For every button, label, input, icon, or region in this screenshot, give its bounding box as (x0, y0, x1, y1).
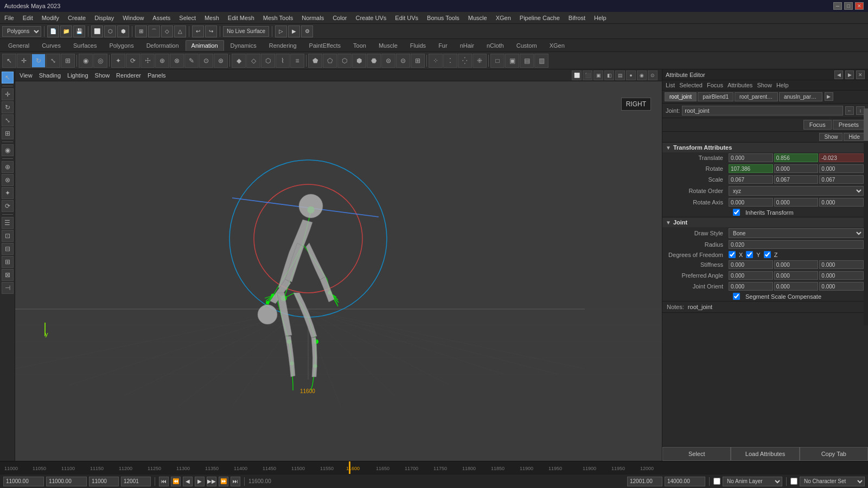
keyframe-btn[interactable]: ◆ (232, 54, 246, 68)
attr-panel-scroll-right[interactable]: ▶ (845, 70, 854, 79)
attr-copy-button[interactable]: Copy Tab (800, 447, 868, 461)
constrain3-btn[interactable]: ⬡ (337, 54, 352, 68)
current-frame-input[interactable] (89, 477, 119, 486)
radius-field[interactable]: 0.020 (729, 240, 864, 249)
rotate-x-field[interactable]: 107.386 (729, 164, 773, 173)
ik-tool-btn[interactable]: ⟳ (126, 54, 140, 68)
tab-surfaces[interactable]: Surfaces (67, 40, 103, 51)
set-key-btn[interactable]: ⬡ (261, 54, 275, 68)
prev-key-btn[interactable]: ⏪ (171, 477, 181, 486)
vp-icon1[interactable]: ⬜ (572, 70, 582, 80)
inherits-transform-checkbox[interactable] (733, 209, 740, 216)
joint-orient-x-field[interactable]: 0.000 (729, 282, 773, 291)
tab-muscle[interactable]: Muscle (373, 40, 404, 51)
tab-animation[interactable]: Animation (186, 40, 224, 51)
tab-fur[interactable]: Fur (432, 40, 454, 51)
move-lt-btn[interactable]: ✛ (2, 88, 14, 100)
open-btn[interactable]: 📁 (60, 25, 72, 37)
rotate-z-field[interactable]: 0.000 (819, 164, 864, 173)
vp-icon7[interactable]: ◉ (637, 70, 647, 80)
attr-nav-focus[interactable]: Focus (707, 82, 723, 88)
tab-rendering[interactable]: Rendering (263, 40, 303, 51)
rotate-y-field[interactable]: 0.000 (774, 164, 819, 173)
tab-deformation[interactable]: Deformation (141, 40, 185, 51)
preferred-angle-x-field[interactable]: 0.000 (729, 271, 773, 280)
hide-button[interactable]: Hide (844, 133, 865, 141)
scale-x-field[interactable]: 0.067 (729, 175, 773, 184)
vp-lighting-menu[interactable]: Lighting (67, 72, 88, 79)
start-frame-input[interactable] (3, 477, 44, 486)
tab-fluids[interactable]: Fluids (404, 40, 432, 51)
joint-section-header[interactable]: ▼ Joint (662, 217, 868, 227)
constrain2-btn[interactable]: ⬠ (323, 54, 337, 68)
snap-point-btn[interactable]: ◇ (161, 25, 173, 37)
tab-toon[interactable]: Toon (347, 40, 372, 51)
translate-z-field[interactable]: -0.023 (819, 153, 864, 162)
rotate-axis-z-field[interactable]: 0.000 (819, 198, 864, 207)
dof-x-checkbox[interactable] (729, 251, 736, 258)
attr-tab-forward[interactable]: ▶ (825, 92, 833, 101)
render2-btn[interactable]: ▣ (505, 54, 519, 68)
tab-xgen[interactable]: XGen (544, 40, 571, 51)
layer4-lt-btn[interactable]: ⊞ (2, 256, 14, 268)
attr-scrollbar[interactable] (864, 108, 868, 325)
fluid-btn[interactable]: ⁜ (473, 54, 487, 68)
scale-tool-btn[interactable]: ⤡ (46, 54, 60, 68)
menu-select[interactable]: Select (175, 14, 200, 22)
layer5-lt-btn[interactable]: ⊠ (2, 269, 14, 281)
menu-edit-mesh[interactable]: Edit Mesh (224, 14, 259, 22)
dope-sheet-btn[interactable]: ≡ (290, 54, 304, 68)
vp-icon6[interactable]: ● (626, 70, 636, 80)
stiffness-x-field[interactable]: 0.000 (729, 260, 773, 269)
attr-nav-selected[interactable]: Selected (679, 82, 703, 88)
new-scene-btn[interactable]: 📄 (47, 25, 59, 37)
stiffness-y-field[interactable]: 0.000 (774, 260, 819, 269)
current-start-input[interactable] (46, 477, 87, 486)
close-button[interactable]: ✕ (855, 2, 864, 10)
char-set-checkbox[interactable] (790, 478, 797, 485)
redo-btn[interactable]: ↪ (205, 25, 217, 37)
joint-orient-z-field[interactable]: 0.000 (819, 282, 864, 291)
save-btn[interactable]: 💾 (73, 25, 85, 37)
translate-x-field[interactable]: 0.000 (729, 153, 773, 162)
select-mode-btn[interactable]: ⬜ (91, 25, 103, 37)
draw-style-select[interactable]: Bone None Joint (729, 228, 864, 238)
anim-layer-select[interactable]: No Anim Layer (723, 477, 782, 486)
attr-load-button[interactable]: Load Attributes (731, 447, 799, 461)
select-tool-btn[interactable]: ↖ (2, 54, 16, 68)
prev-frame-btn[interactable]: ◀ (183, 477, 193, 486)
render4-btn[interactable]: ▥ (534, 54, 548, 68)
render-settings-btn[interactable]: ⚙ (301, 25, 313, 37)
history-btn[interactable]: ↩ (192, 25, 204, 37)
render-btn[interactable]: ▷ (275, 25, 287, 37)
viewport[interactable]: View Shading Lighting Show Renderer Pane… (15, 69, 662, 461)
attr-nav-show[interactable]: Show (757, 82, 772, 88)
menu-bifrost[interactable]: Bifrost (564, 14, 590, 22)
constrain4-btn[interactable]: ⬢ (352, 54, 366, 68)
constrain5-btn[interactable]: ⬣ (367, 54, 381, 68)
skin-btn[interactable]: ⊗ (170, 54, 184, 68)
tab-polygons[interactable]: Polygons (103, 40, 139, 51)
menu-edit[interactable]: Edit (18, 14, 37, 22)
vp-view-menu[interactable]: View (20, 72, 33, 79)
end-frame-input[interactable] (627, 477, 662, 486)
presets-button[interactable]: Presets (833, 120, 865, 130)
joint-lt-btn[interactable]: ✦ (2, 187, 14, 199)
vp-panels-menu[interactable]: Panels (148, 72, 166, 79)
attr-content[interactable]: ▼ Transform Attributes Translate 0.000 0… (662, 143, 868, 446)
attr-tab-root-joint[interactable]: root_joint (665, 92, 697, 101)
vp-icon8[interactable]: ⊙ (648, 70, 658, 80)
anim-layer-checkbox[interactable] (713, 478, 720, 485)
menu-bonus-tools[interactable]: Bonus Tools (423, 14, 464, 22)
rotate-axis-x-field[interactable]: 0.000 (729, 198, 773, 207)
vp-renderer-menu[interactable]: Renderer (116, 72, 141, 79)
vp-icon3[interactable]: ▣ (593, 70, 603, 80)
layer3-lt-btn[interactable]: ⊟ (2, 243, 14, 255)
attr-nav-help[interactable]: Help (776, 82, 789, 88)
timeline-area[interactable]: 11000 11050 11100 11150 11200 11250 1130… (0, 461, 868, 474)
transform-tool-btn[interactable]: ⊞ (61, 54, 75, 68)
layer2-lt-btn[interactable]: ⊡ (2, 230, 14, 242)
transform-section-header[interactable]: ▼ Transform Attributes (662, 143, 868, 152)
stiffness-z-field[interactable]: 0.000 (819, 260, 864, 269)
transform-lt-btn[interactable]: ⊞ (2, 127, 14, 139)
